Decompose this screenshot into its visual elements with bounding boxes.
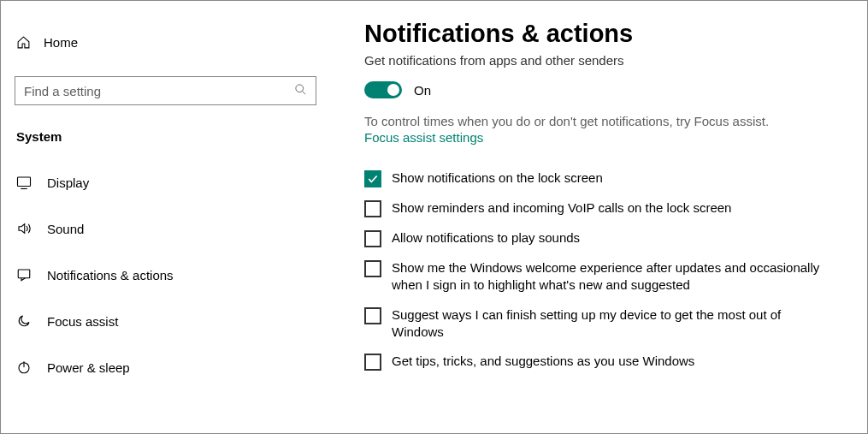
svg-rect-4 xyxy=(18,270,30,278)
notifications-toggle-row: On xyxy=(364,81,833,98)
checkbox-icon xyxy=(364,260,381,277)
moon-icon xyxy=(16,313,47,329)
checkbox-tips-tricks[interactable]: Get tips, tricks, and suggestions as you… xyxy=(364,353,833,371)
checkbox-label: Suggest ways I can finish setting up my … xyxy=(392,306,833,342)
home-icon xyxy=(16,35,44,50)
home-nav[interactable]: Home xyxy=(1,25,330,59)
checkbox-label: Get tips, tricks, and suggestions as you… xyxy=(392,353,694,370)
help-text: To control times when you do or don't ge… xyxy=(364,114,833,128)
checkbox-show-lock-screen[interactable]: Show notifications on the lock screen xyxy=(364,169,833,187)
sidebar-item-notifications[interactable]: Notifications & actions xyxy=(1,252,330,298)
checkbox-label: Show reminders and incoming VoIP calls o… xyxy=(392,199,731,217)
sidebar-item-label: Focus assist xyxy=(47,314,118,329)
search-icon xyxy=(294,83,307,99)
home-label: Home xyxy=(44,35,78,50)
sidebar-item-label: Sound xyxy=(47,222,84,236)
checkbox-suggest-setup[interactable]: Suggest ways I can finish setting up my … xyxy=(364,306,833,342)
sidebar-item-sound[interactable]: Sound xyxy=(1,205,330,252)
section-header: System xyxy=(1,121,330,159)
power-icon xyxy=(16,360,47,375)
checkbox-label: Allow notifications to play sounds xyxy=(392,229,580,247)
checkbox-icon xyxy=(364,170,381,187)
checkbox-icon xyxy=(364,354,381,371)
sidebar-item-display[interactable]: Display xyxy=(1,159,330,205)
page-title: Notifications & actions xyxy=(364,20,833,48)
checkbox-label: Show me the Windows welcome experience a… xyxy=(392,259,833,294)
checkbox-play-sounds[interactable]: Allow notifications to play sounds xyxy=(364,229,833,247)
sidebar: Home System Display Sound xyxy=(1,1,330,433)
checkbox-icon xyxy=(364,307,381,324)
sidebar-item-label: Display xyxy=(47,175,89,190)
checkbox-list: Show notifications on the lock screen Sh… xyxy=(364,169,833,371)
page-subtitle: Get notifications from apps and other se… xyxy=(364,53,833,68)
display-icon xyxy=(16,175,47,190)
sidebar-item-label: Notifications & actions xyxy=(47,268,174,282)
sidebar-item-focus-assist[interactable]: Focus assist xyxy=(1,298,330,344)
search-input[interactable] xyxy=(24,84,294,98)
checkbox-icon xyxy=(364,200,381,217)
toggle-knob xyxy=(387,84,399,96)
svg-line-1 xyxy=(302,91,305,94)
sound-icon xyxy=(16,221,47,236)
sidebar-item-power-sleep[interactable]: Power & sleep xyxy=(1,344,330,390)
checkbox-show-reminders[interactable]: Show reminders and incoming VoIP calls o… xyxy=(364,199,833,217)
checkbox-label: Show notifications on the lock screen xyxy=(392,169,603,187)
notifications-icon xyxy=(16,267,47,282)
sidebar-item-label: Power & sleep xyxy=(47,360,130,375)
checkbox-welcome-experience[interactable]: Show me the Windows welcome experience a… xyxy=(364,259,833,294)
svg-rect-2 xyxy=(18,177,31,187)
search-box[interactable] xyxy=(15,76,316,105)
notifications-toggle[interactable] xyxy=(364,81,402,98)
focus-assist-link[interactable]: Focus assist settings xyxy=(364,130,483,145)
toggle-label: On xyxy=(414,83,431,98)
svg-point-0 xyxy=(296,84,304,92)
main-content: Notifications & actions Get notification… xyxy=(330,1,867,433)
checkbox-icon xyxy=(364,230,381,247)
